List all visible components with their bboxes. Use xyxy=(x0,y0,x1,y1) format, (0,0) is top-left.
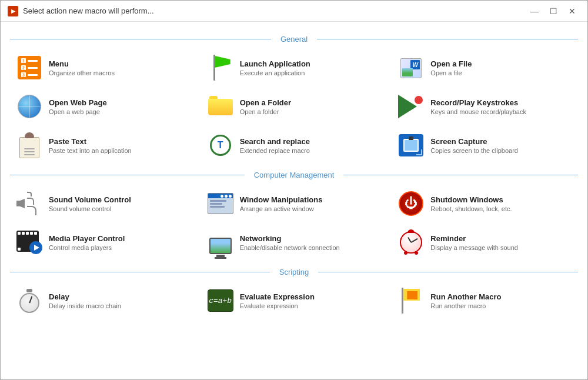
reminder-title: Reminder xyxy=(430,234,518,243)
content-area: General 1 2 3 Menu Organize other macros xyxy=(1,22,587,379)
record-keys-title: Record/Play Keystrokes xyxy=(430,98,526,107)
run-macro-item[interactable]: Run Another Macro Run another macro xyxy=(392,282,578,319)
networking-title: Networking xyxy=(240,234,340,243)
launch-app-icon xyxy=(207,54,234,81)
search-replace-icon xyxy=(207,132,234,159)
networking-text: Networking Enable/disable network connec… xyxy=(240,234,340,251)
paste-text-desc: Paste text into an application xyxy=(49,147,132,154)
media-player-icon xyxy=(16,229,43,256)
launch-app-text: Launch Application Execute an applicatio… xyxy=(240,59,310,76)
evaluate-text: Evaluate Expression Evaluate expression xyxy=(240,292,315,309)
maximize-button[interactable]: ☐ xyxy=(545,5,562,18)
main-window: ▶ Select action new macro will perform..… xyxy=(0,0,588,380)
screen-capture-desc: Copies screen to the clipboard xyxy=(430,147,518,154)
launch-app-item[interactable]: Launch Application Execute an applicatio… xyxy=(201,49,387,86)
launch-app-desc: Execute an application xyxy=(240,69,310,76)
search-replace-item[interactable]: Search and replace Extended replace macr… xyxy=(201,127,387,164)
sound-volume-text: Sound Volume Control Sound volume contro… xyxy=(49,195,131,212)
open-folder-desc: Open a folder xyxy=(240,108,291,115)
sound-volume-desc: Sound volume control xyxy=(49,205,131,212)
run-macro-icon xyxy=(397,287,425,314)
media-player-item[interactable]: Media Player Control Control media playe… xyxy=(10,224,196,261)
reminder-text: Reminder Display a message with sound xyxy=(430,234,518,251)
media-player-text: Media Player Control Control media playe… xyxy=(49,234,125,251)
general-section: General 1 2 3 Menu Organize other macros xyxy=(10,35,578,164)
computer-grid: Sound Volume Control Sound volume contro… xyxy=(10,185,578,261)
screen-capture-title: Screen Capture xyxy=(430,137,518,146)
window-controls: — ☐ ✕ xyxy=(526,5,580,18)
paste-text-icon xyxy=(16,132,43,159)
delay-icon xyxy=(16,287,43,314)
launch-app-title: Launch Application xyxy=(240,59,310,68)
delay-text: Delay Delay inside macro chain xyxy=(49,292,121,309)
reminder-icon xyxy=(397,229,425,256)
shutdown-title: Shutdown Windows xyxy=(430,195,512,204)
run-macro-desc: Run another macro xyxy=(430,302,501,309)
evaluate-desc: Evaluate expression xyxy=(240,302,315,309)
delay-title: Delay xyxy=(49,292,121,301)
general-section-header: General xyxy=(10,35,578,44)
run-macro-title: Run Another Macro xyxy=(430,292,501,301)
record-keys-item[interactable]: Record/Play Keystrokes Keys and mouse re… xyxy=(392,88,578,125)
networking-icon xyxy=(207,229,234,256)
open-web-item[interactable]: Open Web Page Open a web page xyxy=(10,88,196,125)
close-button[interactable]: ✕ xyxy=(564,5,580,18)
open-folder-title: Open a Folder xyxy=(240,98,291,107)
open-file-text: Open a File Open a file xyxy=(430,59,472,76)
menu-desc: Organize other macros xyxy=(49,69,115,76)
sound-volume-title: Sound Volume Control xyxy=(49,195,131,204)
scripting-section: Scripting xyxy=(10,268,578,319)
record-keys-text: Record/Play Keystrokes Keys and mouse re… xyxy=(430,98,526,115)
shutdown-text: Shutdown Windows Reboot, shutdown, lock,… xyxy=(430,195,512,212)
window-manip-title: Window Manipulations xyxy=(240,195,323,204)
screen-capture-text: Screen Capture Copies screen to the clip… xyxy=(430,137,518,154)
sound-volume-item[interactable]: Sound Volume Control Sound volume contro… xyxy=(10,185,196,222)
open-file-icon: W xyxy=(397,54,425,81)
minimize-button[interactable]: — xyxy=(526,5,543,18)
media-player-desc: Control media players xyxy=(49,244,125,251)
open-web-desc: Open a web page xyxy=(49,108,107,115)
networking-item[interactable]: Networking Enable/disable network connec… xyxy=(201,224,387,261)
title-bar-left: ▶ Select action new macro will perform..… xyxy=(8,6,154,16)
window-title: Select action new macro will perform... xyxy=(23,6,154,15)
window-manip-icon xyxy=(207,190,234,217)
shutdown-icon: ⏻ xyxy=(397,190,425,217)
paste-text-text: Paste Text Paste text into an applicatio… xyxy=(49,137,132,154)
scripting-label: Scripting xyxy=(275,268,314,276)
open-web-icon xyxy=(16,93,43,120)
search-replace-desc: Extended replace macro xyxy=(240,147,310,154)
sound-volume-icon xyxy=(16,190,43,217)
menu-icon: 1 2 3 xyxy=(16,54,43,81)
open-folder-item[interactable]: Open a Folder Open a folder xyxy=(201,88,387,125)
shutdown-item[interactable]: ⏻ Shutdown Windows Reboot, shutdown, loc… xyxy=(392,185,578,222)
open-file-item[interactable]: W Open a File Open a file xyxy=(392,49,578,86)
open-web-title: Open Web Page xyxy=(49,98,107,107)
general-grid: 1 2 3 Menu Organize other macros xyxy=(10,49,578,164)
computer-section-header: Computer Management xyxy=(10,171,578,179)
paste-text-item[interactable]: Paste Text Paste text into an applicatio… xyxy=(10,127,196,164)
window-manip-text: Window Manipulations Arrange an active w… xyxy=(240,195,323,212)
open-folder-icon xyxy=(207,93,234,120)
evaluate-item[interactable]: c=a+b Evaluate Expression Evaluate expre… xyxy=(201,282,387,319)
media-player-title: Media Player Control xyxy=(49,234,125,243)
search-replace-text: Search and replace Extended replace macr… xyxy=(240,137,310,154)
window-manip-desc: Arrange an active window xyxy=(240,205,323,212)
window-manip-item[interactable]: Window Manipulations Arrange an active w… xyxy=(201,185,387,222)
delay-item[interactable]: Delay Delay inside macro chain xyxy=(10,282,196,319)
open-file-desc: Open a file xyxy=(430,69,472,76)
reminder-desc: Display a message with sound xyxy=(430,244,518,251)
scripting-grid: Delay Delay inside macro chain c=a+b Eva… xyxy=(10,282,578,319)
shutdown-desc: Reboot, shutdown, lock, etc. xyxy=(430,205,512,212)
delay-desc: Delay inside macro chain xyxy=(49,302,121,309)
menu-text: Menu Organize other macros xyxy=(49,59,115,76)
search-replace-title: Search and replace xyxy=(240,137,310,146)
menu-item[interactable]: 1 2 3 Menu Organize other macros xyxy=(10,49,196,86)
screen-capture-icon xyxy=(397,132,425,159)
reminder-item[interactable]: Reminder Display a message with sound xyxy=(392,224,578,261)
evaluate-icon: c=a+b xyxy=(207,287,234,314)
scripting-section-header: Scripting xyxy=(10,268,578,276)
evaluate-title: Evaluate Expression xyxy=(240,292,315,301)
open-folder-text: Open a Folder Open a folder xyxy=(240,98,291,115)
open-web-text: Open Web Page Open a web page xyxy=(49,98,107,115)
screen-capture-item[interactable]: Screen Capture Copies screen to the clip… xyxy=(392,127,578,164)
